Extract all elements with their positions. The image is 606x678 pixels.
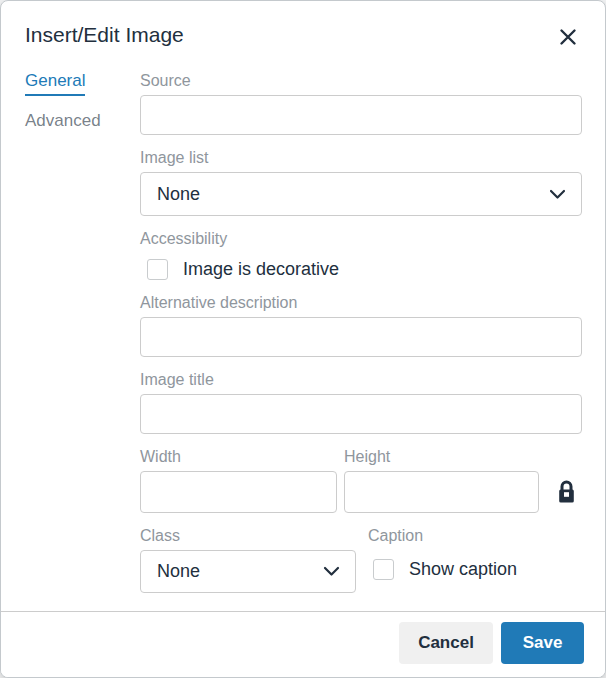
accessibility-label: Accessibility — [140, 229, 582, 248]
save-button[interactable]: Save — [501, 622, 584, 664]
dimensions-row: Width Height — [140, 447, 582, 513]
close-icon — [559, 28, 577, 46]
dialog-header: Insert/Edit Image — [1, 1, 605, 60]
cancel-button[interactable]: Cancel — [399, 622, 493, 664]
height-field-group: Height — [344, 447, 539, 513]
class-caption-row: Class None Caption Show caption — [140, 526, 582, 593]
image-list-label: Image list — [140, 148, 582, 167]
image-is-decorative-checkbox[interactable] — [147, 259, 168, 280]
tab-advanced-label: Advanced — [25, 111, 101, 134]
alt-description-label: Alternative description — [140, 293, 582, 312]
image-list-select[interactable]: None — [140, 172, 582, 216]
show-caption-checkbox[interactable] — [373, 559, 394, 580]
show-caption-label[interactable]: Show caption — [409, 559, 517, 580]
accessibility-group: Accessibility Image is decorative — [140, 229, 582, 280]
constrain-proportions-button[interactable] — [554, 477, 579, 507]
source-input[interactable] — [140, 95, 582, 135]
chevron-down-icon — [549, 189, 566, 200]
tab-nav: General Advanced — [25, 68, 140, 611]
dialog-body: General Advanced Source Image list None — [1, 60, 605, 611]
source-field-group: Source — [140, 71, 582, 135]
constrain-proportions-wrap — [539, 471, 582, 513]
height-label: Height — [344, 447, 539, 466]
class-label: Class — [140, 526, 356, 545]
lock-icon — [556, 479, 577, 505]
tab-general[interactable]: General — [25, 71, 140, 96]
page-title: Insert/Edit Image — [25, 22, 184, 48]
decorative-checkbox-row: Image is decorative — [147, 259, 582, 280]
width-label: Width — [140, 447, 337, 466]
dialog-footer: Cancel Save — [1, 611, 605, 677]
insert-edit-image-dialog: Insert/Edit Image General Advanced Sourc… — [0, 0, 606, 678]
show-caption-checkbox-row: Show caption — [373, 559, 582, 580]
image-title-input[interactable] — [140, 394, 582, 434]
tab-general-label: General — [25, 71, 85, 96]
width-input[interactable] — [140, 471, 337, 513]
image-list-selected-value: None — [157, 184, 200, 205]
width-field-group: Width — [140, 447, 337, 513]
class-select[interactable]: None — [140, 550, 356, 593]
height-input[interactable] — [344, 471, 539, 513]
alt-description-field-group: Alternative description — [140, 293, 582, 357]
close-button[interactable] — [555, 24, 581, 50]
chevron-down-icon — [323, 566, 340, 577]
class-selected-value: None — [157, 561, 200, 582]
image-is-decorative-label[interactable]: Image is decorative — [183, 259, 339, 280]
image-list-field-group: Image list None — [140, 148, 582, 216]
general-form: Source Image list None Accessibility I — [140, 68, 582, 611]
image-title-field-group: Image title — [140, 370, 582, 434]
alt-description-input[interactable] — [140, 317, 582, 357]
source-label: Source — [140, 71, 582, 90]
image-title-label: Image title — [140, 370, 582, 389]
class-field-group: Class None — [140, 526, 356, 593]
caption-label: Caption — [368, 526, 582, 545]
caption-field-group: Caption Show caption — [368, 526, 582, 580]
tab-advanced[interactable]: Advanced — [25, 111, 140, 134]
